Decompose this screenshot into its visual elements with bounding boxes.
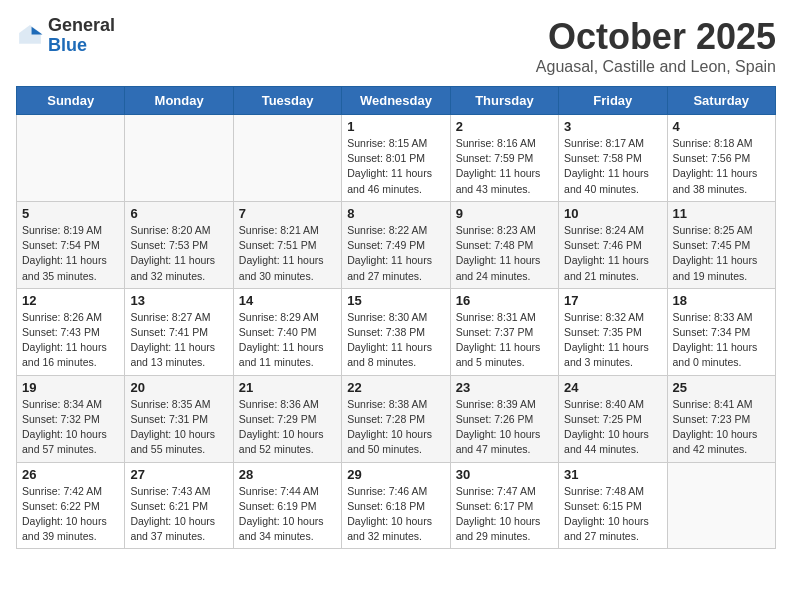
day-info: Sunrise: 8:39 AM Sunset: 7:26 PM Dayligh…: [456, 397, 553, 458]
day-info: Sunrise: 7:44 AM Sunset: 6:19 PM Dayligh…: [239, 484, 336, 545]
day-cell: 30Sunrise: 7:47 AM Sunset: 6:17 PM Dayli…: [450, 462, 558, 549]
day-info: Sunrise: 8:30 AM Sunset: 7:38 PM Dayligh…: [347, 310, 444, 371]
day-cell: 8Sunrise: 8:22 AM Sunset: 7:49 PM Daylig…: [342, 201, 450, 288]
day-info: Sunrise: 8:40 AM Sunset: 7:25 PM Dayligh…: [564, 397, 661, 458]
day-info: Sunrise: 7:42 AM Sunset: 6:22 PM Dayligh…: [22, 484, 119, 545]
day-number: 14: [239, 293, 336, 308]
day-number: 13: [130, 293, 227, 308]
day-number: 1: [347, 119, 444, 134]
day-info: Sunrise: 8:38 AM Sunset: 7:28 PM Dayligh…: [347, 397, 444, 458]
day-info: Sunrise: 8:16 AM Sunset: 7:59 PM Dayligh…: [456, 136, 553, 197]
week-row-1: 1Sunrise: 8:15 AM Sunset: 8:01 PM Daylig…: [17, 115, 776, 202]
day-cell: 2Sunrise: 8:16 AM Sunset: 7:59 PM Daylig…: [450, 115, 558, 202]
day-number: 30: [456, 467, 553, 482]
day-info: Sunrise: 8:35 AM Sunset: 7:31 PM Dayligh…: [130, 397, 227, 458]
day-info: Sunrise: 8:18 AM Sunset: 7:56 PM Dayligh…: [673, 136, 770, 197]
day-number: 25: [673, 380, 770, 395]
header-friday: Friday: [559, 87, 667, 115]
header-tuesday: Tuesday: [233, 87, 341, 115]
day-number: 11: [673, 206, 770, 221]
day-number: 27: [130, 467, 227, 482]
day-info: Sunrise: 8:20 AM Sunset: 7:53 PM Dayligh…: [130, 223, 227, 284]
day-cell: 6Sunrise: 8:20 AM Sunset: 7:53 PM Daylig…: [125, 201, 233, 288]
day-cell: 28Sunrise: 7:44 AM Sunset: 6:19 PM Dayli…: [233, 462, 341, 549]
day-number: 2: [456, 119, 553, 134]
day-cell: 22Sunrise: 8:38 AM Sunset: 7:28 PM Dayli…: [342, 375, 450, 462]
day-number: 15: [347, 293, 444, 308]
week-row-2: 5Sunrise: 8:19 AM Sunset: 7:54 PM Daylig…: [17, 201, 776, 288]
day-info: Sunrise: 8:25 AM Sunset: 7:45 PM Dayligh…: [673, 223, 770, 284]
calendar-table: SundayMondayTuesdayWednesdayThursdayFrid…: [16, 86, 776, 549]
day-number: 9: [456, 206, 553, 221]
day-cell: 14Sunrise: 8:29 AM Sunset: 7:40 PM Dayli…: [233, 288, 341, 375]
day-info: Sunrise: 8:33 AM Sunset: 7:34 PM Dayligh…: [673, 310, 770, 371]
day-info: Sunrise: 8:32 AM Sunset: 7:35 PM Dayligh…: [564, 310, 661, 371]
day-number: 31: [564, 467, 661, 482]
day-info: Sunrise: 7:46 AM Sunset: 6:18 PM Dayligh…: [347, 484, 444, 545]
day-number: 3: [564, 119, 661, 134]
day-cell: [125, 115, 233, 202]
day-number: 12: [22, 293, 119, 308]
day-info: Sunrise: 8:41 AM Sunset: 7:23 PM Dayligh…: [673, 397, 770, 458]
day-cell: 17Sunrise: 8:32 AM Sunset: 7:35 PM Dayli…: [559, 288, 667, 375]
header-monday: Monday: [125, 87, 233, 115]
day-cell: 5Sunrise: 8:19 AM Sunset: 7:54 PM Daylig…: [17, 201, 125, 288]
header-thursday: Thursday: [450, 87, 558, 115]
day-number: 7: [239, 206, 336, 221]
header-row: SundayMondayTuesdayWednesdayThursdayFrid…: [17, 87, 776, 115]
day-info: Sunrise: 8:19 AM Sunset: 7:54 PM Dayligh…: [22, 223, 119, 284]
day-info: Sunrise: 8:21 AM Sunset: 7:51 PM Dayligh…: [239, 223, 336, 284]
day-info: Sunrise: 8:36 AM Sunset: 7:29 PM Dayligh…: [239, 397, 336, 458]
day-cell: 11Sunrise: 8:25 AM Sunset: 7:45 PM Dayli…: [667, 201, 775, 288]
day-info: Sunrise: 8:34 AM Sunset: 7:32 PM Dayligh…: [22, 397, 119, 458]
day-cell: 16Sunrise: 8:31 AM Sunset: 7:37 PM Dayli…: [450, 288, 558, 375]
calendar-subtitle: Aguasal, Castille and Leon, Spain: [536, 58, 776, 76]
day-number: 22: [347, 380, 444, 395]
day-info: Sunrise: 7:48 AM Sunset: 6:15 PM Dayligh…: [564, 484, 661, 545]
logo-text: General Blue: [48, 16, 115, 56]
calendar-title: October 2025: [536, 16, 776, 58]
day-number: 18: [673, 293, 770, 308]
day-cell: 27Sunrise: 7:43 AM Sunset: 6:21 PM Dayli…: [125, 462, 233, 549]
day-number: 20: [130, 380, 227, 395]
logo: General Blue: [16, 16, 115, 56]
day-number: 21: [239, 380, 336, 395]
day-cell: 29Sunrise: 7:46 AM Sunset: 6:18 PM Dayli…: [342, 462, 450, 549]
day-number: 6: [130, 206, 227, 221]
day-cell: 21Sunrise: 8:36 AM Sunset: 7:29 PM Dayli…: [233, 375, 341, 462]
day-cell: 24Sunrise: 8:40 AM Sunset: 7:25 PM Dayli…: [559, 375, 667, 462]
day-cell: 12Sunrise: 8:26 AM Sunset: 7:43 PM Dayli…: [17, 288, 125, 375]
day-cell: 1Sunrise: 8:15 AM Sunset: 8:01 PM Daylig…: [342, 115, 450, 202]
day-cell: 19Sunrise: 8:34 AM Sunset: 7:32 PM Dayli…: [17, 375, 125, 462]
day-cell: 7Sunrise: 8:21 AM Sunset: 7:51 PM Daylig…: [233, 201, 341, 288]
day-cell: 15Sunrise: 8:30 AM Sunset: 7:38 PM Dayli…: [342, 288, 450, 375]
header-sunday: Sunday: [17, 87, 125, 115]
day-number: 4: [673, 119, 770, 134]
day-info: Sunrise: 8:29 AM Sunset: 7:40 PM Dayligh…: [239, 310, 336, 371]
day-cell: 3Sunrise: 8:17 AM Sunset: 7:58 PM Daylig…: [559, 115, 667, 202]
day-number: 19: [22, 380, 119, 395]
day-number: 26: [22, 467, 119, 482]
day-number: 10: [564, 206, 661, 221]
day-info: Sunrise: 8:17 AM Sunset: 7:58 PM Dayligh…: [564, 136, 661, 197]
day-info: Sunrise: 8:23 AM Sunset: 7:48 PM Dayligh…: [456, 223, 553, 284]
day-cell: [667, 462, 775, 549]
day-number: 17: [564, 293, 661, 308]
day-info: Sunrise: 8:26 AM Sunset: 7:43 PM Dayligh…: [22, 310, 119, 371]
header-saturday: Saturday: [667, 87, 775, 115]
logo-icon: [16, 22, 44, 50]
logo-blue-text: Blue: [48, 36, 115, 56]
day-info: Sunrise: 8:15 AM Sunset: 8:01 PM Dayligh…: [347, 136, 444, 197]
day-number: 29: [347, 467, 444, 482]
day-cell: 20Sunrise: 8:35 AM Sunset: 7:31 PM Dayli…: [125, 375, 233, 462]
logo-general-text: General: [48, 16, 115, 36]
header: General Blue October 2025 Aguasal, Casti…: [16, 16, 776, 76]
day-info: Sunrise: 8:31 AM Sunset: 7:37 PM Dayligh…: [456, 310, 553, 371]
day-info: Sunrise: 8:27 AM Sunset: 7:41 PM Dayligh…: [130, 310, 227, 371]
day-number: 23: [456, 380, 553, 395]
day-info: Sunrise: 7:43 AM Sunset: 6:21 PM Dayligh…: [130, 484, 227, 545]
day-number: 16: [456, 293, 553, 308]
day-cell: 9Sunrise: 8:23 AM Sunset: 7:48 PM Daylig…: [450, 201, 558, 288]
day-number: 28: [239, 467, 336, 482]
day-number: 8: [347, 206, 444, 221]
